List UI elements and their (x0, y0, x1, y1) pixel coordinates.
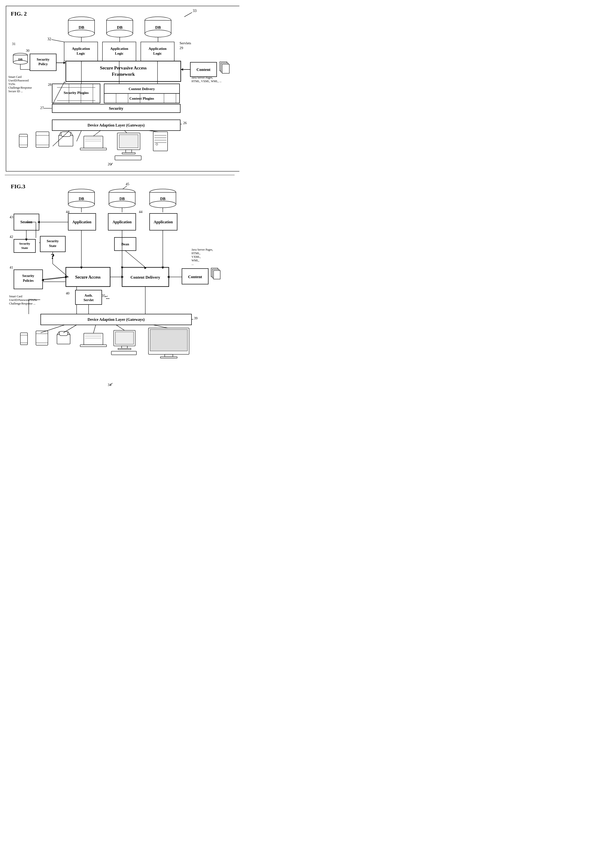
fig2-label: FIG. 2 (11, 11, 27, 17)
right-labels-fig3-5: ... (192, 262, 194, 266)
framework-title: Secure Pervasive Access (100, 65, 147, 70)
fig3-db3: DB (160, 197, 165, 201)
svg-rect-54 (19, 134, 28, 147)
app-logic-2b: Logic (115, 51, 124, 55)
bean-label: Bean (121, 242, 129, 246)
ref-31: 31 (12, 42, 15, 46)
fig3-db1: DB (79, 197, 84, 201)
servlets-label: Servlets (179, 41, 191, 45)
right-labels-1: Java Server Pages, (192, 76, 213, 79)
svg-line-135 (125, 251, 145, 267)
right-labels-fig3-2: HTML, (192, 251, 200, 255)
sec-state1-label: Security (19, 242, 30, 245)
security-policy-label: Security (37, 57, 49, 61)
svg-rect-64 (84, 136, 103, 148)
left-labels-1: Smart Card (8, 75, 22, 79)
ref-45: 45 (126, 182, 129, 186)
fig3-label: FIG.3 (11, 183, 25, 189)
ellipsis: ... (106, 294, 110, 300)
sec-state2-label: Security (47, 239, 59, 243)
fig3-app3: Application (154, 220, 173, 224)
svg-line-174 (153, 325, 168, 328)
fig3-app2: Application (113, 220, 131, 224)
svg-rect-72 (119, 135, 138, 148)
svg-line-172 (93, 325, 96, 333)
fig3-app1: Application (72, 220, 91, 224)
svg-rect-169 (161, 357, 177, 358)
svg-point-99 (150, 201, 176, 208)
secure-access-label: Secure Access (75, 275, 100, 280)
left-labels-3: TANs (8, 82, 15, 86)
svg-rect-167 (150, 329, 187, 351)
content-label: Content (196, 67, 211, 72)
svg-rect-164 (115, 332, 134, 344)
left-labels-fig3-2: UserID/Password/TANs (9, 298, 37, 302)
content-label2: Content (188, 274, 202, 279)
security-plugins-label: Security Plugins (64, 91, 89, 95)
ref-30: 30 (26, 49, 29, 53)
app-logic-1: Application (72, 47, 90, 51)
ref-34: 34 (108, 383, 111, 387)
svg-rect-70 (126, 150, 131, 153)
svg-rect-118 (213, 270, 220, 279)
ref-35: 35 (102, 294, 105, 298)
device-layer2-label: Device Adaption Layer (Gateways) (88, 318, 145, 322)
ref-40: 40 (66, 291, 70, 295)
content-plugins-label: Content Plugins (130, 96, 154, 101)
db2-label: DB (117, 25, 122, 30)
content-delivery-label2: Content Delivery (130, 275, 161, 280)
db3-label: DB (155, 25, 161, 30)
left-labels-5: Secure ID ... (8, 90, 23, 93)
left-labels-2: UserID/Password (8, 79, 29, 82)
app-logic-3b: Logic (153, 51, 162, 55)
ref-39: 39 (194, 316, 198, 320)
fig3-diagram: FIG.3 45 DB DB DB 44 Application Applica… (5, 178, 240, 398)
ref-26: 26 (183, 121, 187, 125)
left-labels-fig3-3: Challenge/Response ... (9, 302, 36, 305)
security-bar-label: Security (109, 106, 124, 111)
svg-rect-152 (57, 335, 70, 344)
svg-rect-73 (115, 156, 141, 160)
svg-rect-168 (165, 354, 173, 357)
sec-state2-label2: State (49, 244, 56, 248)
sec-policies-label2: Policies (23, 279, 34, 282)
right-labels-fig3-1: Java Server Pages, (192, 248, 213, 251)
svg-rect-165 (111, 351, 136, 355)
ref-44a: 44 (66, 210, 70, 214)
page: FIG. 2 33 DB DB DB 32 Application Logic (0, 0, 240, 403)
svg-rect-157 (80, 345, 107, 347)
svg-point-79 (156, 143, 158, 145)
device-layer-label: Device Adaption Layer (Gateways) (88, 123, 145, 127)
framework-title2: Framework (112, 71, 135, 77)
app-logic-3: Application (148, 47, 167, 51)
ref-27: 27 (40, 106, 44, 110)
svg-rect-153 (59, 331, 68, 336)
svg-rect-65 (80, 148, 107, 150)
auth-servlet-label: Auth. (85, 294, 93, 297)
svg-point-7 (107, 30, 133, 37)
svg-rect-163 (118, 348, 131, 350)
svg-point-93 (68, 201, 94, 208)
left-labels-4: Challenge/Response (8, 86, 32, 89)
sec-policies-label: Security (22, 274, 34, 277)
svg-rect-162 (122, 346, 127, 348)
app-logic-1b: Logic (77, 51, 85, 55)
svg-point-96 (109, 201, 135, 208)
svg-rect-26 (66, 61, 181, 81)
ref-43: 43 (9, 215, 13, 219)
ref-29: 29 (179, 46, 183, 50)
svg-rect-61 (61, 132, 71, 136)
ref-33: 33 (193, 9, 196, 13)
ref-42: 42 (9, 235, 13, 239)
svg-rect-112 (76, 290, 102, 304)
auth-servlet-label2: Servlet (83, 298, 94, 302)
svg-line-171 (63, 325, 77, 333)
svg-rect-30 (222, 64, 229, 73)
ref-20: 20 (108, 162, 111, 166)
svg-rect-74 (153, 132, 168, 151)
svg-rect-71 (122, 153, 135, 154)
fig3-db2: DB (119, 197, 125, 201)
svg-point-4 (68, 30, 94, 37)
svg-point-10 (145, 30, 171, 37)
content-delivery-label: Content Delivery (128, 87, 155, 91)
